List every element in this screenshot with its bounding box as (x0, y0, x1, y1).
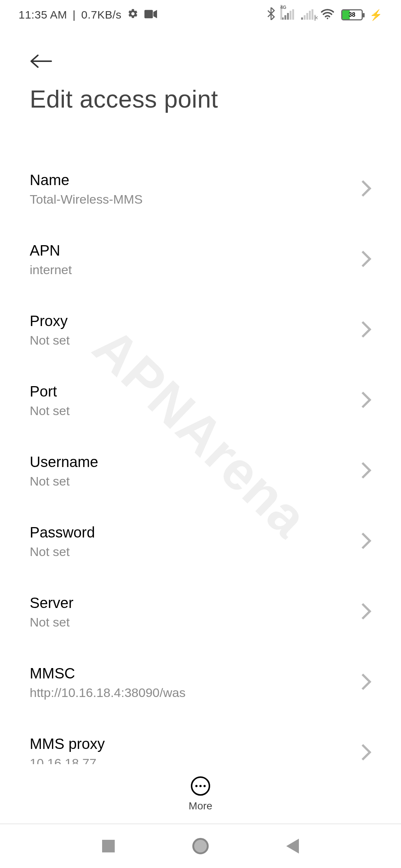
more-label: More (189, 800, 212, 812)
statusbar-netspeed: 0.7KB/s (81, 9, 122, 21)
android-navbar (0, 823, 401, 868)
more-icon (191, 776, 210, 796)
charging-icon: ⚡ (369, 9, 382, 21)
item-value: Not set (30, 545, 338, 559)
nav-home-button[interactable] (192, 838, 209, 854)
back-button[interactable] (30, 50, 371, 85)
apn-item-name[interactable]: Name Total-Wireless-MMS (30, 154, 371, 224)
apn-item-password[interactable]: Password Not set (30, 506, 371, 577)
chevron-right-icon (361, 602, 371, 622)
item-label: Proxy (30, 313, 338, 329)
item-label: Username (30, 454, 338, 470)
item-value: Not set (30, 404, 338, 418)
apn-item-port[interactable]: Port Not set (30, 365, 371, 436)
item-value: Total-Wireless-MMS (30, 192, 338, 207)
item-label: APN (30, 242, 338, 259)
apn-item-apn[interactable]: APN internet (30, 224, 371, 295)
bluetooth-icon (267, 7, 275, 22)
gear-icon (127, 8, 138, 22)
battery-percent: 38 (342, 10, 362, 19)
apn-item-mmsc[interactable]: MMSC http://10.16.18.4:38090/was (30, 647, 371, 718)
item-label: Password (30, 524, 338, 541)
svg-point-1 (327, 18, 328, 19)
chevron-right-icon (361, 391, 371, 410)
item-label: Port (30, 383, 338, 400)
item-value: http://10.16.18.4:38090/was (30, 685, 338, 700)
item-value: Not set (30, 474, 338, 489)
apn-settings-list[interactable]: Name Total-Wireless-MMS APN internet Pro… (0, 117, 401, 770)
bottom-action-bar: More (0, 764, 401, 823)
chevron-right-icon (361, 320, 371, 340)
statusbar: 11:35 AM | 0.7KB/s 4G ✕ 38 ⚡ (0, 0, 401, 30)
chevron-right-icon (361, 461, 371, 481)
battery-icon: 38 (341, 9, 363, 20)
statusbar-time: 11:35 AM (19, 9, 67, 21)
statusbar-separator: | (69, 9, 79, 21)
item-value: internet (30, 263, 338, 277)
chevron-right-icon (361, 250, 371, 269)
item-label: MMSC (30, 665, 338, 682)
chevron-right-icon (361, 673, 371, 692)
item-value: Not set (30, 615, 338, 629)
item-label: MMS proxy (30, 736, 338, 752)
apn-item-server[interactable]: Server Not set (30, 577, 371, 647)
apn-item-username[interactable]: Username Not set (30, 436, 371, 506)
more-button[interactable]: More (189, 776, 212, 812)
item-value: Not set (30, 333, 338, 348)
item-label: Name (30, 172, 338, 188)
nav-recents-button[interactable] (102, 840, 115, 852)
no-sim-icon: ✕ (314, 15, 316, 21)
wifi-icon (320, 8, 335, 22)
signal-sim1-icon: 4G (282, 10, 294, 20)
apn-item-mms-proxy[interactable]: MMS proxy 10.16.18.77 (30, 718, 371, 770)
page-header: Edit access point (0, 30, 401, 117)
statusbar-right: 4G ✕ 38 ⚡ (267, 7, 382, 22)
nav-back-button[interactable] (286, 839, 299, 854)
svg-rect-0 (144, 10, 153, 19)
statusbar-left: 11:35 AM | 0.7KB/s (19, 8, 157, 22)
signal-sim2-icon: ✕ (301, 10, 314, 20)
apn-item-proxy[interactable]: Proxy Not set (30, 295, 371, 365)
chevron-right-icon (361, 532, 371, 551)
chevron-right-icon (361, 180, 371, 199)
page-title: Edit access point (30, 85, 371, 113)
video-icon (144, 9, 157, 21)
chevron-right-icon (361, 743, 371, 763)
item-label: Server (30, 595, 338, 611)
network-type-label: 4G (280, 5, 282, 20)
